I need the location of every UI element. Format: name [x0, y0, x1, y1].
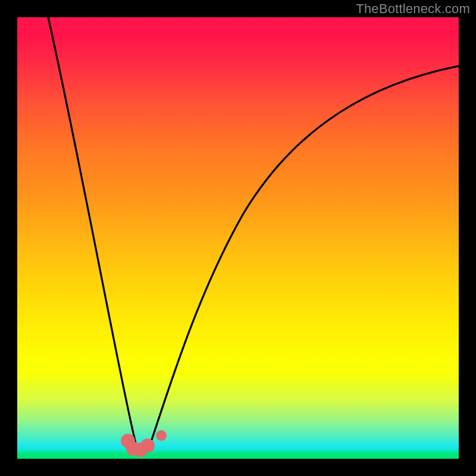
marker-dot	[140, 439, 155, 453]
curve-layer	[17, 17, 459, 459]
plot-frame	[17, 17, 459, 459]
marker-dot	[156, 430, 167, 441]
marker-group	[121, 430, 167, 457]
watermark-text: TheBottleneck.com	[356, 1, 470, 17]
left-curve	[48, 17, 136, 446]
right-curve	[149, 66, 459, 447]
